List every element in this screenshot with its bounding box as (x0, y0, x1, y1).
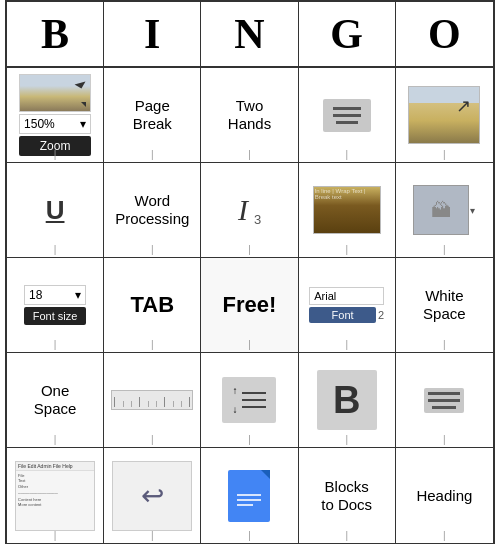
image-placeholder-icon: 🏔 (413, 185, 469, 235)
cell-gdocs-screenshot: File Edit Admin File Help File Text Othe… (7, 448, 104, 543)
bingo-card: B I N G O 150% ▾ Zoom PageBreak (5, 0, 495, 544)
cell-line-spacing: ↑ ↓ (201, 353, 298, 448)
bingo-grid: 150% ▾ Zoom PageBreak TwoHands ↗ (7, 68, 493, 543)
zoom-dropdown[interactable]: 150% ▾ (19, 114, 91, 134)
cell-docs-icon (201, 448, 298, 543)
menu-line-2 (333, 114, 361, 117)
gdocs-screenshot-image: File Edit Admin File Help File Text Othe… (15, 461, 95, 531)
font-button[interactable]: Font (309, 307, 376, 323)
cell-heading: Heading (396, 448, 493, 543)
zoom-button[interactable]: Zoom (19, 136, 91, 156)
one-space-text: OneSpace (34, 382, 77, 418)
letter-i: I (104, 2, 201, 66)
cell-white-space: WhiteSpace (396, 258, 493, 353)
mountain-icon: 🏔 (431, 199, 451, 222)
letter-b: B (7, 2, 104, 66)
two-hands-text: TwoHands (228, 97, 271, 133)
cell-align (396, 353, 493, 448)
cell-sand-image: ↗ (396, 68, 493, 163)
google-docs-icon (228, 470, 270, 522)
image-dropdown-arrow[interactable]: ▾ (470, 205, 475, 216)
docs-line-2 (237, 499, 261, 501)
cell-tab: TAB (104, 258, 201, 353)
cell-menu-icon (299, 68, 396, 163)
letter-n: N (201, 2, 298, 66)
cell-one-space: OneSpace (7, 353, 104, 448)
docs-line-3 (237, 504, 253, 506)
menu-line-3 (336, 121, 358, 124)
undo-icon: ↩ (112, 461, 192, 531)
cell-image-placeholder: 🏔 ▾ (396, 163, 493, 258)
cell-bold: B (299, 353, 396, 448)
white-space-text: WhiteSpace (423, 287, 466, 323)
cell-blocks-to-docs: Blocksto Docs (299, 448, 396, 543)
cell-ruler (104, 353, 201, 448)
menu-line-1 (333, 107, 361, 110)
cell-two-hands: TwoHands (201, 68, 298, 163)
align-line-3 (432, 406, 456, 409)
cell-undo: ↩ (104, 448, 201, 543)
free-text: Free! (223, 292, 277, 318)
blocks-to-docs-text: Blocksto Docs (321, 478, 372, 514)
cell-page-break: PageBreak (104, 68, 201, 163)
cell-font: Arial Font 2 (299, 258, 396, 353)
bold-icon: B (317, 370, 377, 430)
italic-icon: I (238, 193, 248, 227)
tab-text: TAB (130, 292, 174, 318)
cell-zoom: 150% ▾ Zoom (7, 68, 104, 163)
letter-o: O (396, 2, 493, 66)
page-break-text: PageBreak (133, 97, 172, 133)
gdocs-menu-bar: File Edit Admin File Help (16, 462, 94, 471)
line-spacing-icon: ↑ ↓ (222, 377, 276, 423)
align-line-1 (428, 392, 460, 395)
menu-lines-icon (323, 99, 371, 132)
font-size-button[interactable]: Font size (24, 307, 86, 325)
font-size-dropdown[interactable]: 18 ▾ (24, 285, 86, 305)
font-dropdown[interactable]: Arial (309, 287, 384, 305)
bingo-header: B I N G O (7, 2, 493, 68)
underline-icon: U (46, 195, 65, 226)
cell-font-size: 18 ▾ Font size (7, 258, 104, 353)
docs-icon-lines (237, 486, 261, 506)
cell-free: Free! (201, 258, 298, 353)
italic-number: 3 (254, 212, 261, 227)
letter-g: G (299, 2, 396, 66)
gdocs-content-area: File Text Other ────────────── Content h… (16, 471, 94, 511)
cell-word-processing: WordProcessing (104, 163, 201, 258)
word-processing-text: WordProcessing (115, 192, 189, 228)
cell-underline: U (7, 163, 104, 258)
cell-italic: I 3 (201, 163, 298, 258)
align-icon (424, 388, 464, 413)
cell-animal-image: In line | Wrap Text | Break text (299, 163, 396, 258)
heading-text: Heading (416, 487, 472, 505)
docs-line-1 (237, 494, 261, 496)
align-line-2 (428, 399, 460, 402)
font-number: 2 (378, 309, 384, 321)
